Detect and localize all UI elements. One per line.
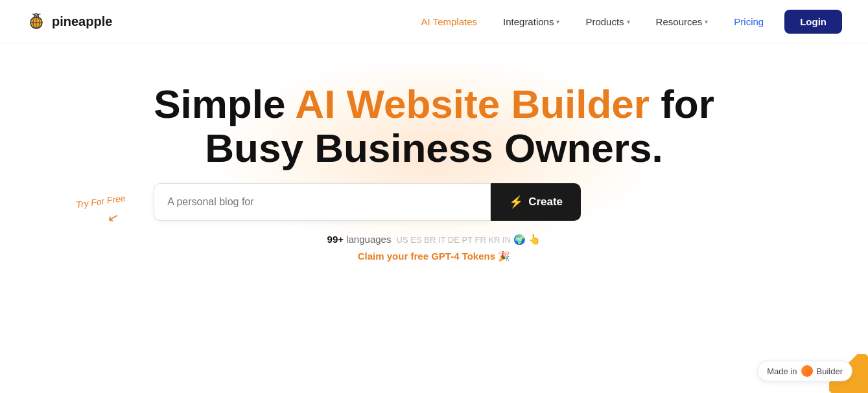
made-in-badge[interactable]: Made in Builder bbox=[757, 361, 852, 381]
integrations-chevron-icon: ▾ bbox=[556, 18, 559, 25]
nav-links: AI Templates Integrations ▾ Products ▾ R… bbox=[411, 10, 842, 34]
hero-content: Simple AI Website Builder for Busy Busin… bbox=[154, 82, 714, 262]
hand-icon: 👆 bbox=[528, 234, 541, 245]
nav-item-products[interactable]: Products ▾ bbox=[575, 11, 640, 32]
try-annotation: Try For Free ↙ bbox=[76, 196, 126, 225]
create-button[interactable]: ⚡ Create bbox=[491, 183, 581, 221]
logo-icon bbox=[26, 11, 47, 32]
try-annotation-text: Try For Free bbox=[75, 193, 126, 210]
nav-item-ai-templates[interactable]: AI Templates bbox=[411, 11, 487, 32]
hero-title: Simple AI Website Builder for Busy Busin… bbox=[154, 82, 714, 170]
claim-gpt4-link[interactable]: Claim your free GPT-4 Tokens 🎉 bbox=[358, 251, 510, 262]
try-annotation-arrow-icon: ↙ bbox=[106, 208, 121, 227]
hero-section: Simple AI Website Builder for Busy Busin… bbox=[0, 43, 868, 262]
bolt-icon: ⚡ bbox=[509, 195, 523, 209]
nav-item-pricing[interactable]: Pricing bbox=[723, 11, 774, 32]
website-description-input[interactable] bbox=[154, 183, 491, 221]
nav-item-resources[interactable]: Resources ▾ bbox=[646, 11, 719, 32]
logo-text: pineapple bbox=[52, 14, 112, 29]
search-container: Try For Free ↙ ⚡ Create bbox=[154, 183, 714, 221]
login-button[interactable]: Login bbox=[784, 10, 842, 34]
globe-icon: 🌍 bbox=[513, 234, 526, 245]
resources-chevron-icon: ▾ bbox=[705, 18, 708, 25]
logo[interactable]: pineapple bbox=[26, 11, 112, 32]
pineapple-badge-icon bbox=[801, 365, 813, 377]
languages-row: 99+ languages US ES BR IT DE PT FR KR IN… bbox=[154, 234, 714, 245]
claim-link-row: Claim your free GPT-4 Tokens 🎉 bbox=[154, 251, 714, 262]
products-chevron-icon: ▾ bbox=[627, 18, 630, 25]
nav-item-integrations[interactable]: Integrations ▾ bbox=[493, 11, 570, 32]
navbar: pineapple AI Templates Integrations ▾ Pr… bbox=[0, 0, 868, 43]
